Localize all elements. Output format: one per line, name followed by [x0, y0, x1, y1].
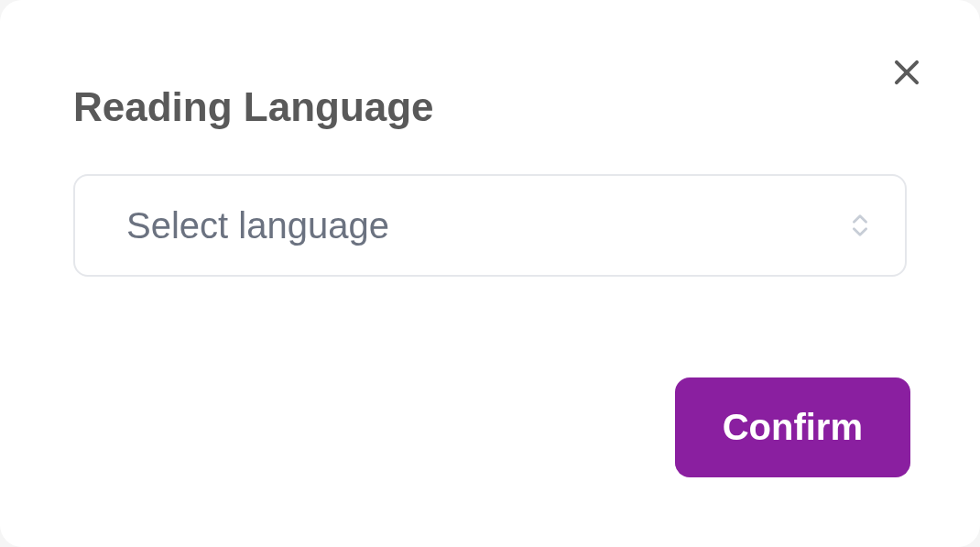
modal-title: Reading Language — [73, 84, 907, 130]
language-select[interactable]: Select language — [73, 174, 907, 277]
close-button[interactable] — [885, 51, 929, 95]
close-icon — [889, 55, 924, 93]
confirm-button[interactable]: Confirm — [675, 377, 910, 477]
modal-footer: Confirm — [675, 377, 910, 477]
language-modal: Reading Language Select language Confirm — [0, 0, 980, 547]
language-select-wrapper: Select language — [73, 174, 907, 277]
